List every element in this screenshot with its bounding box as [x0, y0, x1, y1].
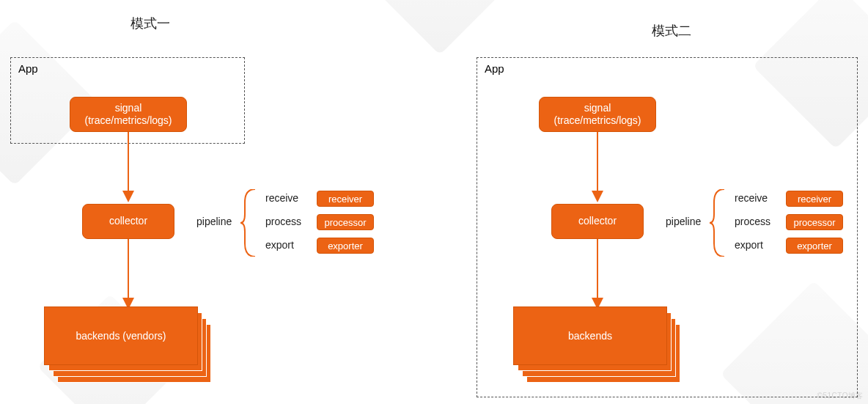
mode2-stage-receive: receive — [735, 192, 768, 204]
mode2-arrow-signal-to-collector — [596, 132, 599, 202]
mode1-arrow-signal-to-collector — [127, 132, 130, 202]
watermark: ©51CTO博客 — [817, 391, 864, 401]
mode1-tag-receiver: receiver — [317, 191, 374, 207]
mode2-backends-label: backends — [513, 306, 667, 365]
mode2-signal-node: signal (trace/metrics/logs) — [539, 97, 656, 132]
mode1-arrow-collector-to-backends — [127, 239, 130, 309]
mode1-app-label: App — [18, 62, 38, 75]
mode1-tag-exporter: exporter — [317, 238, 374, 254]
mode1-tag-processor: processor — [317, 214, 374, 230]
mode2-tag-processor: processor — [786, 214, 843, 230]
mode1-backends-label: backends (vendors) — [44, 306, 198, 365]
mode1-stage-export: export — [265, 239, 294, 251]
mode2-pipeline-label: pipeline — [666, 216, 701, 227]
mode2-title: 模式二 — [652, 22, 691, 40]
mode1-signal-node: signal (trace/metrics/logs) — [70, 97, 187, 132]
mode2-tag-exporter: exporter — [786, 238, 843, 254]
mode2-pipeline-brace — [710, 189, 727, 257]
mode1-pipeline-brace — [240, 189, 258, 257]
mode1-stage-receive: receive — [265, 192, 298, 204]
mode2-app-label: App — [485, 62, 504, 75]
mode1-collector-node: collector — [82, 204, 174, 239]
mode1-title: 模式一 — [130, 15, 170, 32]
mode2-stage-export: export — [735, 239, 763, 251]
mode2-arrow-collector-to-backends — [596, 239, 599, 309]
mode2-collector-node: collector — [551, 204, 644, 239]
mode1-pipeline-label: pipeline — [196, 216, 232, 227]
mode2-stage-process: process — [735, 216, 770, 227]
mode2-tag-receiver: receiver — [786, 191, 843, 207]
mode1-stage-process: process — [265, 216, 301, 227]
